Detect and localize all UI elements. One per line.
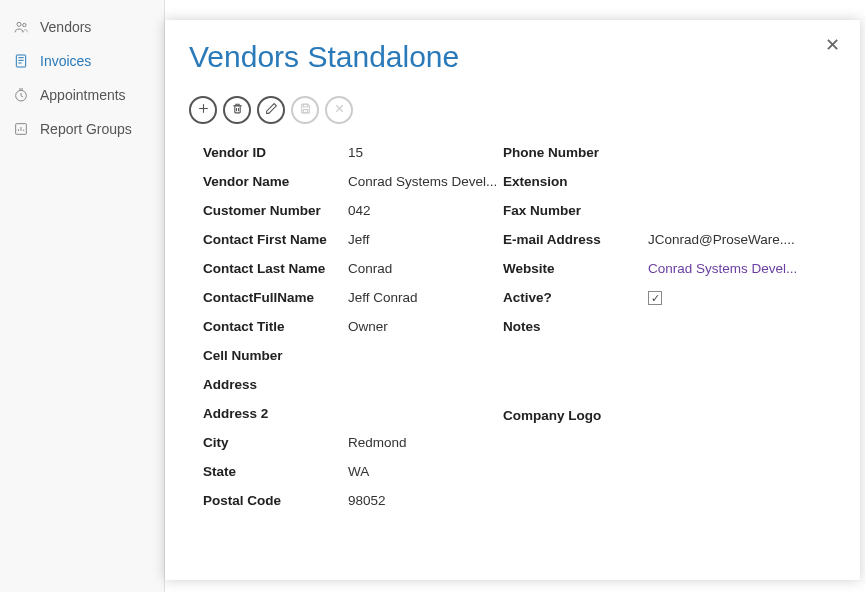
field-fax-number: Fax Number xyxy=(503,202,836,220)
active-checkbox[interactable]: ✓ xyxy=(648,291,662,305)
field-label: Extension xyxy=(503,173,648,191)
field-vendor-id: Vendor ID15 xyxy=(203,144,503,162)
field-label: Website xyxy=(503,260,648,278)
edit-button[interactable] xyxy=(257,96,285,124)
field-label: E-mail Address xyxy=(503,231,648,249)
field-label: State xyxy=(203,463,348,481)
field-label: ContactFullName xyxy=(203,289,348,307)
field-city: CityRedmond xyxy=(203,434,503,452)
trash-icon xyxy=(231,102,244,118)
field-label: Active? xyxy=(503,289,648,307)
detail-columns: Vendor ID15 Vendor NameConrad Systems De… xyxy=(203,144,836,521)
field-extension: Extension xyxy=(503,173,836,191)
field-label: Fax Number xyxy=(503,202,648,220)
field-company-logo: Company Logo xyxy=(503,407,836,425)
field-value: WA xyxy=(348,463,369,481)
field-value: 042 xyxy=(348,202,371,220)
cancel-button xyxy=(325,96,353,124)
field-label: Notes xyxy=(503,318,648,336)
plus-icon xyxy=(197,102,210,118)
close-button[interactable]: ✕ xyxy=(825,36,840,54)
field-state: StateWA xyxy=(203,463,503,481)
field-label: Contact Last Name xyxy=(203,260,348,278)
field-contact-title: Contact TitleOwner xyxy=(203,318,503,336)
field-value: Conrad Systems Devel... xyxy=(348,173,497,191)
field-cell-number: Cell Number xyxy=(203,347,503,365)
close-icon: ✕ xyxy=(825,35,840,55)
save-button xyxy=(291,96,319,124)
svg-rect-15 xyxy=(303,104,307,107)
pencil-icon xyxy=(265,102,278,118)
field-vendor-name: Vendor NameConrad Systems Devel... xyxy=(203,173,503,191)
field-contact-last-name: Contact Last NameConrad xyxy=(203,260,503,278)
field-label: Postal Code xyxy=(203,492,348,510)
field-contact-first-name: Contact First NameJeff xyxy=(203,231,503,249)
field-address-2: Address 2 xyxy=(203,405,503,423)
field-active: Active?✓ xyxy=(503,289,836,307)
field-label: Address 2 xyxy=(203,405,348,423)
field-value: Redmond xyxy=(348,434,407,452)
field-contact-full-name: ContactFullNameJeff Conrad xyxy=(203,289,503,307)
field-label: Vendor Name xyxy=(203,173,348,191)
field-value: ✓ xyxy=(648,289,662,307)
cancel-icon xyxy=(333,102,346,118)
field-value: Jeff xyxy=(348,231,370,249)
field-value: Jeff Conrad xyxy=(348,289,418,307)
field-label: Contact First Name xyxy=(203,231,348,249)
field-customer-number: Customer Number042 xyxy=(203,202,503,220)
save-icon xyxy=(299,102,312,118)
field-address: Address xyxy=(203,376,503,394)
field-value: 98052 xyxy=(348,492,386,510)
left-column: Vendor ID15 Vendor NameConrad Systems De… xyxy=(203,144,503,521)
field-value[interactable]: JConrad@ProseWare.... xyxy=(648,231,795,249)
field-label: Address xyxy=(203,376,348,394)
vendors-standalone-modal: ✕ Vendors Standalone Vendor ID15 Ven xyxy=(165,20,860,580)
right-column: Phone Number Extension Fax Number E-mail… xyxy=(503,144,836,521)
field-label: Company Logo xyxy=(503,407,648,425)
toolbar xyxy=(189,96,836,124)
svg-rect-16 xyxy=(303,110,307,113)
field-label: Phone Number xyxy=(503,144,648,162)
modal-title: Vendors Standalone xyxy=(189,40,836,74)
field-label: City xyxy=(203,434,348,452)
modal-backdrop: ✕ Vendors Standalone Vendor ID15 Ven xyxy=(0,0,865,592)
field-value: 15 xyxy=(348,144,363,162)
field-value: Conrad xyxy=(348,260,392,278)
field-website: WebsiteConrad Systems Devel... xyxy=(503,260,836,278)
field-label: Contact Title xyxy=(203,318,348,336)
field-email-address: E-mail AddressJConrad@ProseWare.... xyxy=(503,231,836,249)
field-postal-code: Postal Code98052 xyxy=(203,492,503,510)
field-phone-number: Phone Number xyxy=(503,144,836,162)
add-button[interactable] xyxy=(189,96,217,124)
field-value: Owner xyxy=(348,318,388,336)
field-label: Cell Number xyxy=(203,347,348,365)
field-label: Customer Number xyxy=(203,202,348,220)
field-notes: Notes xyxy=(503,318,836,336)
field-value-link[interactable]: Conrad Systems Devel... xyxy=(648,260,797,278)
field-label: Vendor ID xyxy=(203,144,348,162)
delete-button[interactable] xyxy=(223,96,251,124)
